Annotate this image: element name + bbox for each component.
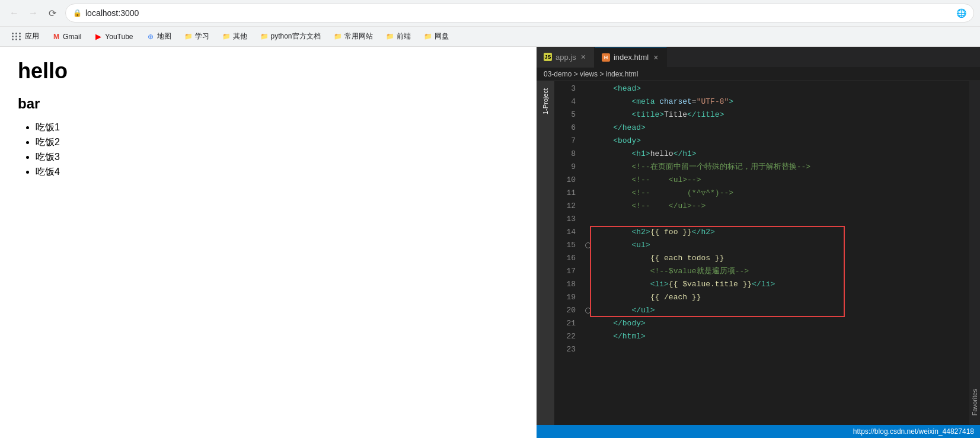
code-token: charset: [659, 95, 692, 108]
bookmark-frontend[interactable]: 📁 前端: [381, 30, 416, 43]
code-token: [595, 330, 613, 343]
list-item: 吃饭1: [36, 122, 519, 134]
project-label[interactable]: 1-Project: [540, 84, 551, 119]
line-number: 14: [557, 226, 576, 239]
code-line: <!--$value就是遍历项-->: [580, 265, 969, 278]
url-text: localhost:3000: [85, 8, 953, 18]
bookmark-frontend-label: 前端: [397, 31, 411, 41]
bookmark-gmail[interactable]: M Gmail: [47, 31, 86, 42]
list-item: 吃饭3: [36, 151, 519, 164]
code-line: [580, 343, 969, 356]
lock-icon: 🔒: [73, 9, 82, 17]
back-button[interactable]: ←: [6, 5, 23, 21]
code-token: [595, 239, 631, 252]
tab-appjs-close[interactable]: ×: [580, 52, 587, 62]
tab-indexhtml-label: index.html: [614, 53, 649, 62]
bookmark-youtube[interactable]: ▶ YouTube: [90, 31, 138, 42]
line-numbers: 34567891011121314151617181920212223: [554, 81, 580, 425]
bookmark-other-label: 其他: [233, 31, 247, 41]
bookmark-maps-label: 地图: [157, 31, 171, 41]
python-icon: 📁: [260, 33, 269, 41]
code-token: {{ $value.title }}: [669, 278, 752, 291]
tab-indexhtml[interactable]: H index.html ×: [595, 47, 667, 68]
code-token: [655, 95, 659, 108]
bookmark-netdisk[interactable]: 📁 网盘: [419, 30, 454, 43]
browser-chrome: ← → ⟳ 🔒 localhost:3000 🌐 应用 M Gmail ▶ Yo…: [0, 0, 980, 47]
code-area[interactable]: <head> <meta charset="UTF-8"> <title>Tit…: [580, 81, 969, 425]
browser-page: hello bar 吃饭1 吃饭2 吃饭3 吃饭4: [0, 47, 537, 438]
code-token: [595, 122, 613, 135]
line-number: 3: [557, 82, 576, 95]
maps-icon: ⊕: [146, 33, 155, 41]
html-file-icon: H: [602, 53, 610, 62]
code-line: <!--在页面中留一个特殊的标记，用于解析替换-->: [580, 161, 969, 174]
status-url: https://blog.csdn.net/weixin_44827418: [853, 427, 974, 436]
code-line: <body>: [580, 135, 969, 148]
code-token: {{ foo }}: [650, 226, 692, 239]
code-line: </ul>: [580, 304, 969, 317]
code-token: [595, 148, 631, 161]
forward-button[interactable]: →: [25, 5, 42, 21]
code-token: <meta: [631, 95, 655, 108]
code-line: {{ each todos }}: [580, 252, 969, 265]
code-token: <h2>: [631, 226, 650, 239]
line-number: 20: [557, 304, 576, 317]
tab-appjs[interactable]: JS app.js ×: [537, 47, 595, 68]
list-item: 吃饭4: [36, 166, 519, 178]
status-bar: https://blog.csdn.net/weixin_44827418: [537, 425, 980, 438]
code-editor[interactable]: 34567891011121314151617181920212223 <hea…: [554, 81, 969, 425]
code-line: <!-- <ul>-->: [580, 174, 969, 187]
line-number: 19: [557, 291, 576, 304]
bookmark-maps[interactable]: ⊕ 地图: [142, 30, 176, 43]
code-line: </head>: [580, 122, 969, 135]
bookmark-common-label: 常用网站: [344, 31, 373, 41]
other-icon: 📁: [222, 33, 231, 41]
bookmark-python-label: python官方文档: [271, 31, 321, 41]
line-number: 5: [557, 108, 576, 122]
code-line: <meta charset="UTF-8">: [580, 95, 969, 108]
code-token: [595, 304, 631, 317]
code-token: [595, 108, 631, 122]
line-number: 12: [557, 200, 576, 213]
code-token: >: [729, 95, 733, 108]
bookmark-study[interactable]: 📁 学习: [180, 30, 214, 43]
reload-button[interactable]: ⟳: [44, 5, 60, 21]
bookmark-common[interactable]: 📁 常用网站: [329, 30, 378, 43]
favorites-label[interactable]: Favorites: [969, 384, 980, 420]
code-token: <head>: [613, 82, 641, 95]
bookmark-study-label: 学习: [195, 31, 209, 41]
line-number: 10: [557, 174, 576, 187]
code-token: [595, 278, 650, 291]
study-icon: 📁: [184, 33, 193, 41]
code-token: <body>: [613, 135, 641, 148]
line-number: 17: [557, 265, 576, 278]
code-token: Title: [664, 108, 687, 122]
code-token: <title>: [631, 108, 664, 122]
code-token: [595, 265, 650, 278]
code-line: <li>{{ $value.title }}</li>: [580, 278, 969, 291]
bookmark-apps[interactable]: 应用: [6, 30, 44, 43]
bookmarks-bar: 应用 M Gmail ▶ YouTube ⊕ 地图 📁 学习 📁 其他 📁 py…: [0, 26, 980, 46]
code-token: =: [692, 95, 697, 108]
code-token: hello: [650, 148, 673, 161]
line-number: 23: [557, 343, 576, 356]
bookmark-youtube-label: YouTube: [105, 33, 133, 41]
code-token: [595, 317, 613, 330]
code-token: </ul>: [631, 304, 655, 317]
bookmark-other[interactable]: 📁 其他: [218, 30, 252, 43]
breadcrumb: 03-demo > views > index.html: [537, 68, 980, 81]
code-line: <head>: [580, 82, 969, 95]
tab-indexhtml-close[interactable]: ×: [652, 53, 659, 62]
bookmark-python[interactable]: 📁 python官方文档: [256, 30, 325, 43]
code-token: [595, 291, 650, 304]
code-line: <ul>: [580, 239, 969, 252]
code-line: </html>: [580, 330, 969, 343]
js-file-icon: JS: [544, 53, 552, 61]
line-number: 18: [557, 278, 576, 291]
line-number: 13: [557, 213, 576, 226]
address-bar[interactable]: 🔒 localhost:3000 🌐: [65, 4, 974, 23]
gmail-icon: M: [52, 33, 60, 41]
editor-content: 1-Project 345678910111213141516171819202…: [537, 81, 980, 425]
code-line: <!-- </ul>-->: [580, 200, 969, 213]
line-number: 22: [557, 330, 576, 343]
